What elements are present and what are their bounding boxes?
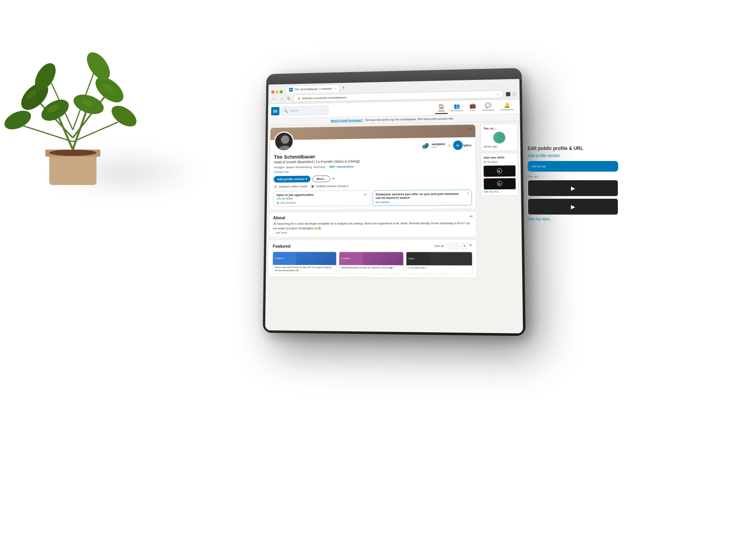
nav-notifications-label: Notifications: [500, 108, 513, 111]
play-icon[interactable]: ▶: [497, 168, 502, 174]
open-to-work-edit-icon[interactable]: ✏: [364, 193, 367, 197]
nav-home-label: Home: [438, 109, 445, 112]
profile-card-body: earlybird coffee ✕ in lytics: [269, 137, 476, 210]
connections-count[interactable]: 500+ connections: [329, 165, 354, 169]
see-all-featured-link[interactable]: See all: [435, 244, 444, 248]
linkedin-logo: in: [271, 107, 279, 115]
sidebar-skills-desc: for 24 hours: [484, 161, 515, 164]
close-button[interactable]: [271, 91, 274, 94]
add-profile-section-label: Add profile section: [277, 178, 305, 181]
tablet-body: in Tim Schmidbauer | LinkedIn ✕ + ← → ↻ …: [263, 68, 525, 336]
showcase-close-icon[interactable]: ✕: [466, 192, 469, 196]
add-profile-section-button[interactable]: Add profile section ▾: [274, 176, 311, 183]
browser-tab[interactable]: in Tim Schmidbauer | LinkedIn ✕: [285, 85, 339, 93]
nav-notifications[interactable]: 🔔 Notifications: [497, 101, 517, 113]
promo-card: Get the app: [528, 161, 618, 172]
linkedin-favicon: in: [289, 88, 293, 92]
featured-next-button[interactable]: ›: [454, 243, 460, 249]
svg-point-18: [108, 102, 140, 131]
play-icon-large-2[interactable]: ▶: [571, 204, 575, 210]
window-controls: [271, 90, 283, 93]
browser-side-icons: ⬛ ⬜: [506, 92, 517, 96]
nav-my-network[interactable]: 👥 My Network: [448, 102, 467, 113]
featured-edit-icon[interactable]: ✏: [469, 243, 472, 249]
location-text: Stuttgart, Baden-Württemberg, Germany: [274, 165, 325, 169]
close-tab-icon[interactable]: ✕: [334, 87, 336, 91]
school-logo-icon: 🎓: [310, 184, 315, 189]
recruiters-text: Only recruiters: [280, 201, 296, 204]
inlytics-name: lytics: [463, 143, 471, 147]
sidebar-skills-card: Add new skills for 24 hours ▶ ▶ See my r…: [481, 153, 519, 196]
featured-item-3-thumbnail: Video: [406, 252, 472, 265]
nav-messaging-label: Messaging: [482, 109, 494, 111]
see-more-button[interactable]: ... see more: [273, 231, 472, 234]
about-section: ✏ About 🔥 Searching for a react develope…: [269, 211, 476, 237]
featured-item-3-text: 2 1/2 Jahre bei I ...: [409, 266, 470, 270]
nav-messaging[interactable]: 💬 Messaging: [479, 101, 497, 113]
featured-add-button[interactable]: +: [461, 243, 468, 249]
edit-public-profile-title: Edit public profile & URL: [528, 146, 618, 151]
company-logo-icon: ☕: [274, 185, 278, 189]
linkedin-content: in 🔍 Search 🏠 Home 👥: [265, 99, 523, 333]
sidebar-avatar: [493, 131, 505, 143]
search-box[interactable]: 🔍 Search: [281, 105, 329, 115]
featured-section: Featured See all ‹ › + ✏: [268, 239, 477, 278]
get-started-link[interactable]: Get started: [376, 200, 469, 204]
sidebar-user-text: Get the app: [484, 145, 515, 149]
earlybird-text-wrap: earlybird coffee: [432, 142, 445, 148]
about-section-title: About: [273, 215, 472, 220]
main-content: earlybird coffee ✕ in lytics: [265, 122, 480, 333]
new-tab-button[interactable]: +: [340, 84, 346, 91]
forward-button[interactable]: →: [279, 96, 284, 101]
address-bar-icons: ☆: [496, 92, 499, 96]
company-name: earlybird coffee GmbH: [279, 185, 308, 188]
featured-prev-button[interactable]: ‹: [446, 243, 452, 249]
svg-line-3: [59, 118, 73, 150]
url-text: linkedin.com/in/tim-schmidbauer/: [302, 96, 346, 100]
inlytics-logo: in lytics: [453, 140, 471, 150]
earlybird-logo: earlybird coffee: [419, 139, 445, 152]
ad-link[interactable]: Need A Great Developer?: [331, 119, 363, 122]
svg-text:LinkedIn: LinkedIn: [341, 257, 350, 259]
edit-icon-inline[interactable]: ✏: [332, 177, 335, 181]
edit-profile-icon[interactable]: ✏: [469, 127, 472, 131]
plant-decoration: [0, 0, 165, 205]
featured-title: Featured: [273, 244, 291, 248]
screen-capture-icon: ⬛: [506, 92, 510, 96]
add-profile-section-link[interactable]: Add profile section: [528, 154, 618, 158]
featured-item-2-text: Datengetriebener Ansatz für LinkedIn Con…: [341, 266, 401, 269]
home-icon: 🏠: [438, 103, 445, 109]
star-icon: ☆: [496, 92, 499, 96]
ad-text: - We have the world's top 3% of develope…: [364, 117, 454, 122]
featured-item-1-text: Darum wird die Ø Time-On-Site KPI in Goo…: [275, 266, 334, 272]
more-button[interactable]: More...: [313, 176, 330, 182]
featured-item-3-body: 2 1/2 Jahre bei I ...: [407, 265, 472, 271]
video-thumbnail-2: ▶: [528, 199, 618, 215]
maximize-button[interactable]: [280, 90, 283, 93]
minimize-button[interactable]: [276, 91, 279, 94]
featured-item-1-thumbnail: Analytics: [273, 252, 336, 265]
featured-item-2: LinkedIn Datengetriebener Ansatz für Lin…: [339, 252, 404, 274]
back-button[interactable]: ←: [271, 96, 277, 101]
play-icon-large[interactable]: ▶: [571, 185, 575, 191]
about-edit-icon[interactable]: ✏: [470, 214, 473, 218]
see-my-reco-link[interactable]: See my reco...: [528, 217, 618, 221]
network-icon: 👥: [454, 103, 460, 109]
sidebar-video-1: ▶: [484, 165, 515, 177]
page-root: in Tim Schmidbauer | LinkedIn ✕ + ← → ↻ …: [0, 0, 756, 557]
profile-actions: Add profile section ▾ More... ✏: [274, 174, 472, 183]
refresh-button[interactable]: ↻: [286, 96, 291, 101]
school-name: Gottlieb Daimler Schule 2: [316, 184, 348, 188]
nav-jobs-label: Jobs: [470, 109, 475, 111]
play-icon-2[interactable]: ▶: [497, 181, 502, 186]
company-logos: earlybird coffee ✕ in lytics: [419, 139, 471, 152]
status-banners: ✏ Open to job opportunities See all deta…: [273, 190, 472, 207]
see-all-details-link[interactable]: See all details: [276, 197, 367, 200]
see-my-recommendations-link[interactable]: See my reco...: [484, 190, 516, 193]
earlybird-sub: coffee: [432, 146, 445, 148]
nav-home[interactable]: 🏠 Home: [435, 102, 448, 114]
company-meta-item: ☕ earlybird coffee GmbH: [274, 184, 308, 189]
nav-jobs[interactable]: 💼 Jobs: [466, 101, 479, 113]
inlytics-icon: in: [453, 141, 462, 150]
featured-header: Featured See all ‹ › + ✏: [273, 243, 472, 249]
